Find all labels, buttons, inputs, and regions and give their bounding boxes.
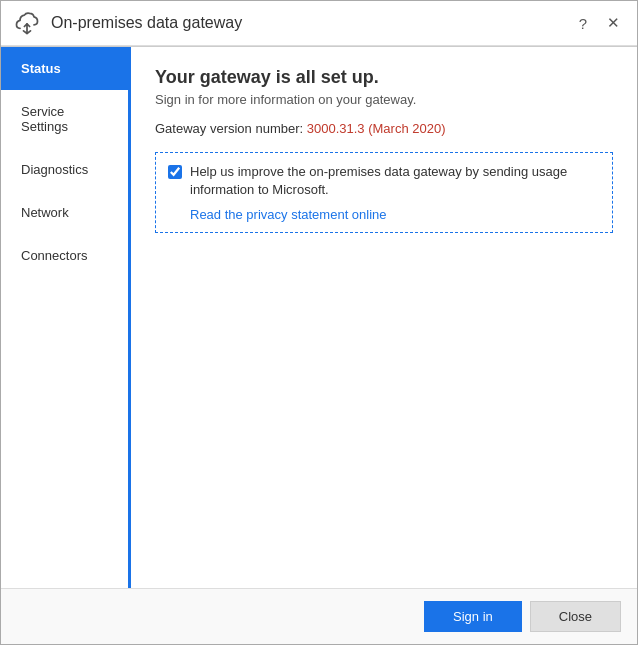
close-button[interactable]: Close — [530, 601, 621, 632]
app-title: On-premises data gateway — [51, 14, 242, 32]
sidebar-item-status[interactable]: Status — [1, 47, 128, 90]
page-subtext: Sign in for more information on your gat… — [155, 92, 613, 107]
sidebar-label-network: Network — [21, 205, 69, 220]
sidebar-label-service-settings: Service Settings — [21, 104, 68, 134]
privacy-link[interactable]: Read the privacy statement online — [190, 207, 600, 222]
version-number: 3000.31.3 (March 2020) — [307, 121, 446, 136]
close-window-button[interactable]: ✕ — [602, 12, 625, 34]
sign-in-button[interactable]: Sign in — [424, 601, 522, 632]
sidebar-label-status: Status — [21, 61, 61, 76]
sidebar-label-diagnostics: Diagnostics — [21, 162, 88, 177]
app-window: On-premises data gateway ? ✕ Status Serv… — [0, 0, 638, 645]
sidebar: Status Service Settings Diagnostics Netw… — [1, 47, 131, 588]
sidebar-item-service-settings[interactable]: Service Settings — [1, 90, 128, 148]
title-bar-left: On-premises data gateway — [13, 9, 242, 37]
checkbox-row: Help us improve the on-premises data gat… — [168, 163, 600, 199]
sidebar-label-connectors: Connectors — [21, 248, 87, 263]
sidebar-item-diagnostics[interactable]: Diagnostics — [1, 148, 128, 191]
version-text: Gateway version number: 3000.31.3 (March… — [155, 121, 613, 136]
page-heading: Your gateway is all set up. — [155, 67, 613, 88]
main-content: Your gateway is all set up. Sign in for … — [131, 47, 637, 588]
sidebar-item-connectors[interactable]: Connectors — [1, 234, 128, 277]
title-bar-controls: ? ✕ — [574, 12, 625, 34]
help-button[interactable]: ? — [574, 13, 592, 34]
subtext-signin-prefix: Sign in for more information on your gat… — [155, 92, 416, 107]
version-label: Gateway version number: — [155, 121, 307, 136]
usage-data-section: Help us improve the on-premises data gat… — [155, 152, 613, 233]
usage-checkbox-label[interactable]: Help us improve the on-premises data gat… — [190, 163, 600, 199]
body: Status Service Settings Diagnostics Netw… — [1, 47, 637, 588]
title-bar: On-premises data gateway ? ✕ — [1, 1, 637, 46]
sidebar-item-network[interactable]: Network — [1, 191, 128, 234]
app-icon — [13, 9, 41, 37]
footer: Sign in Close — [1, 588, 637, 644]
usage-checkbox[interactable] — [168, 165, 182, 179]
